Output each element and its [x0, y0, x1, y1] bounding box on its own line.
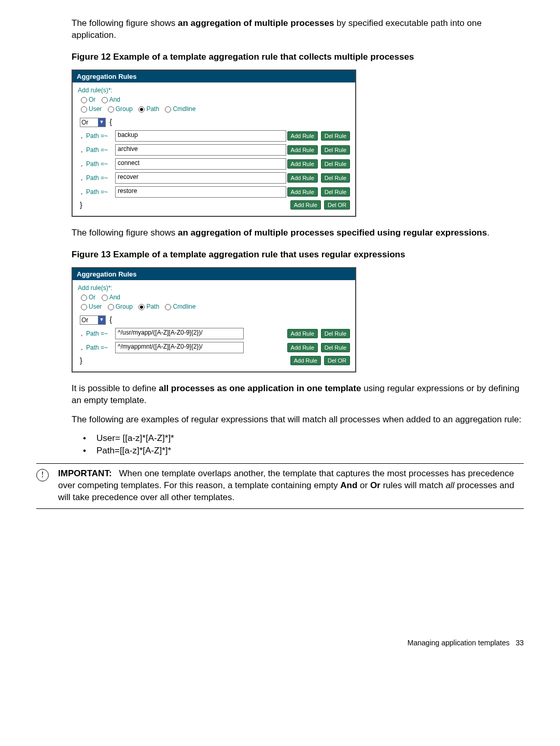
radio-label: Cmdline — [173, 105, 195, 113]
important-label: IMPORTANT: — [58, 468, 112, 478]
add-rule-button[interactable]: Add Rule — [287, 131, 318, 141]
radio-icon — [81, 295, 87, 301]
add-rule-button[interactable]: Add Rule — [287, 329, 318, 338]
radio-group[interactable]: Group — [108, 303, 133, 310]
or-select[interactable]: Or▼ — [80, 118, 106, 127]
add-rule-button[interactable]: Add Rule — [287, 159, 318, 169]
or-open-row: Or▼ { — [80, 118, 350, 127]
del-rule-button[interactable]: Del Rule — [321, 187, 350, 197]
path-label: Path =~ — [86, 160, 115, 168]
del-rule-button[interactable]: Del Rule — [321, 173, 350, 183]
or-open-row: Or▼ { — [80, 315, 350, 325]
rule-line: ,Path =~restoreAdd RuleDel Rule — [81, 186, 350, 198]
radio-icon — [81, 304, 87, 310]
add-rule-button[interactable]: Add Rule — [287, 343, 318, 352]
rule-line: ,Path =~recoverAdd RuleDel Rule — [81, 172, 350, 184]
aggregation-panel-fig13: Aggregation Rules Add rule(s)*: Or And U… — [72, 267, 356, 372]
del-rule-button[interactable]: Del Rule — [321, 329, 350, 338]
rule-line: ,Path =~^/usr/myapp/([A-Z][A-Z0-9]{2})/A… — [81, 328, 350, 339]
add-rule-button[interactable]: Add Rule — [287, 187, 318, 197]
figure13-caption: Figure 13 Example of a template aggregat… — [72, 250, 524, 260]
footer-title: Managing application templates — [408, 639, 510, 647]
add-rule-button[interactable]: Add Rule — [287, 145, 318, 155]
del-or-button[interactable]: Del OR — [324, 356, 350, 365]
radio-or[interactable]: Or — [81, 96, 95, 103]
radio-label: User — [89, 105, 102, 113]
page-footer: Managing application templates 33 — [36, 639, 524, 647]
del-rule-button[interactable]: Del Rule — [321, 159, 350, 169]
path-input[interactable]: backup — [115, 130, 286, 142]
radio-and[interactable]: And — [102, 294, 120, 301]
radio-path[interactable]: Path — [138, 105, 159, 113]
rule-line: ,Path =~^/myappmnt/([A-Z][A-Z0-9]{2})/Ad… — [81, 342, 350, 353]
add-rule-button[interactable]: Add Rule — [290, 200, 321, 210]
rule-line: ,Path =~archiveAdd RuleDel Rule — [81, 144, 350, 156]
text: It is possible to define — [72, 383, 159, 393]
radio-icon — [138, 304, 145, 310]
radio-label: Path — [146, 105, 159, 113]
path-label: Path =~ — [86, 132, 115, 140]
or-select[interactable]: Or▼ — [80, 315, 106, 325]
radio-icon — [108, 304, 114, 310]
path-input[interactable]: archive — [115, 144, 286, 156]
panel-title: Aggregation Rules — [73, 268, 355, 280]
del-rule-button[interactable]: Del Rule — [321, 145, 350, 155]
rule-buttons: Add RuleDel Rule — [287, 187, 350, 197]
path-input[interactable]: recover — [115, 172, 286, 184]
panel-title: Aggregation Rules — [73, 71, 355, 82]
text-bold: And — [340, 480, 357, 490]
text-bold: all processes as one application in one … — [159, 383, 361, 393]
rule-buttons: Add RuleDel Rule — [287, 329, 350, 338]
radio-icon — [102, 97, 108, 103]
comma: , — [81, 146, 86, 154]
comma: , — [81, 188, 86, 196]
del-or-button[interactable]: Del OR — [324, 200, 350, 210]
paragraph-all-processes: It is possible to define all processes a… — [72, 383, 524, 407]
text: or — [357, 480, 370, 490]
radio-or[interactable]: Or — [81, 294, 95, 301]
important-callout: ! IMPORTANT:When one template overlaps a… — [36, 463, 524, 509]
rule-line: ,Path =~backupAdd RuleDel Rule — [81, 130, 350, 142]
close-row: } Add Rule Del OR — [80, 200, 350, 210]
path-input[interactable]: ^/usr/myapp/([A-Z][A-Z0-9]{2})/ — [115, 328, 244, 339]
path-input[interactable]: restore — [115, 186, 286, 198]
rule-buttons: Add RuleDel Rule — [287, 159, 350, 169]
radio-icon — [102, 295, 108, 301]
radio-path[interactable]: Path — [138, 303, 159, 310]
regex-bullet-list: User= [[a-z]*[A-Z]*]* Path=[[a-z]*[A-Z]*… — [72, 433, 524, 456]
path-label: Path =~ — [86, 188, 115, 196]
radio-row-field: User Group Path Cmdline — [81, 303, 350, 310]
path-input[interactable]: connect — [115, 158, 286, 170]
rule-line: ,Path =~connectAdd RuleDel Rule — [81, 158, 350, 170]
list-item: User= [[a-z]*[A-Z]*]* — [84, 433, 524, 444]
rule-buttons: Add RuleDel Rule — [287, 145, 350, 155]
close-brace: } — [80, 201, 82, 209]
radio-label: User — [89, 303, 102, 310]
radio-cmdline[interactable]: Cmdline — [165, 105, 195, 113]
comma: , — [81, 330, 86, 337]
radio-row-logic: Or And — [81, 294, 350, 301]
del-rule-button[interactable]: Del Rule — [321, 343, 350, 352]
list-item: Path=[[a-z]*[A-Z]*]* — [84, 446, 524, 456]
path-label: Path =~ — [86, 146, 115, 154]
add-rule-button[interactable]: Add Rule — [290, 356, 321, 365]
radio-user[interactable]: User — [81, 105, 102, 113]
radio-cmdline[interactable]: Cmdline — [165, 303, 195, 310]
del-rule-button[interactable]: Del Rule — [321, 131, 350, 141]
radio-icon — [138, 106, 145, 113]
comma: , — [81, 344, 86, 351]
radio-and[interactable]: And — [102, 96, 120, 103]
rule-buttons: Add RuleDel Rule — [287, 343, 350, 352]
radio-group[interactable]: Group — [108, 105, 133, 113]
comma: , — [81, 174, 86, 182]
important-icon: ! — [36, 469, 49, 481]
text: The following figure shows — [72, 228, 178, 238]
add-rules-label: Add rule(s)*: — [78, 284, 350, 292]
rule-buttons: Add RuleDel Rule — [287, 173, 350, 183]
chevron-down-icon: ▼ — [98, 118, 105, 127]
text-bold: an aggregation of multiple processes spe… — [178, 228, 487, 238]
radio-user[interactable]: User — [81, 303, 102, 310]
add-rule-button[interactable]: Add Rule — [287, 173, 318, 183]
figure12-caption: Figure 12 Example of a template aggregat… — [72, 52, 524, 62]
path-input[interactable]: ^/myappmnt/([A-Z][A-Z0-9]{2})/ — [115, 342, 244, 353]
